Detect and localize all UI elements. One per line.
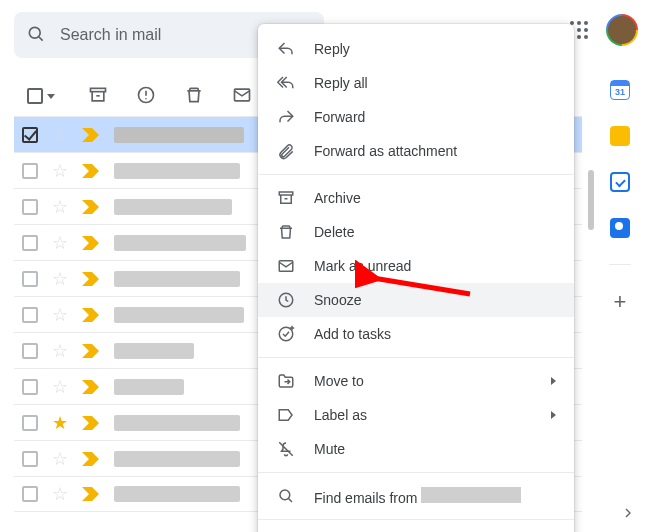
sender-redacted	[114, 307, 244, 323]
importance-marker-icon[interactable]	[82, 344, 100, 358]
redacted-sender	[421, 487, 521, 503]
menu-item-reply[interactable]: Reply	[258, 32, 574, 66]
row-checkbox[interactable]	[22, 199, 38, 215]
svg-line-15	[288, 498, 292, 502]
star-icon[interactable]: ☆	[52, 483, 68, 505]
submenu-caret-icon	[551, 377, 556, 385]
menu-item-label: Add to tasks	[314, 326, 556, 342]
report-spam-button[interactable]	[136, 85, 156, 108]
importance-marker-icon[interactable]	[82, 308, 100, 322]
star-icon[interactable]: ☆	[52, 304, 68, 326]
row-checkbox[interactable]	[22, 343, 38, 359]
star-icon[interactable]: ☆	[52, 376, 68, 398]
delete-button[interactable]	[184, 85, 204, 108]
menu-item-add-tasks[interactable]: Add to tasks	[258, 317, 574, 351]
importance-marker-icon[interactable]	[82, 487, 100, 501]
forward-icon	[276, 107, 296, 127]
search-icon	[26, 24, 46, 47]
menu-item-label: Archive	[314, 190, 556, 206]
menu-item-move-to[interactable]: Move to	[258, 364, 574, 398]
select-all-checkbox[interactable]	[22, 83, 60, 109]
search-placeholder: Search in mail	[60, 26, 161, 44]
menu-item-mute[interactable]: Mute	[258, 432, 574, 466]
sender-redacted	[114, 486, 240, 502]
menu-item-fwd-attach[interactable]: Forward as attachment	[258, 134, 574, 168]
scrollbar-thumb[interactable]	[588, 170, 594, 230]
menu-item-label: Label as	[314, 407, 533, 423]
add-tasks-icon	[276, 324, 296, 344]
star-icon[interactable]: ☆	[52, 160, 68, 182]
star-icon[interactable]: ☆	[52, 196, 68, 218]
svg-point-10	[279, 327, 293, 341]
side-panel: +	[600, 80, 640, 313]
menu-item-label: Snooze	[314, 292, 556, 308]
menu-item-delete[interactable]: Delete	[258, 215, 574, 249]
row-checkbox[interactable]	[22, 415, 38, 431]
row-checkbox[interactable]	[22, 163, 38, 179]
svg-point-5	[145, 97, 147, 99]
snooze-icon	[276, 290, 296, 310]
side-panel-toggle[interactable]	[620, 505, 636, 524]
menu-item-label: Forward as attachment	[314, 143, 556, 159]
star-icon[interactable]: ☆	[52, 124, 68, 146]
importance-marker-icon[interactable]	[82, 236, 100, 250]
menu-item-find-from[interactable]: Find emails from	[258, 479, 574, 513]
sender-redacted	[114, 271, 240, 287]
svg-rect-2	[91, 88, 106, 91]
importance-marker-icon[interactable]	[82, 380, 100, 394]
tasks-app-icon[interactable]	[610, 172, 630, 192]
menu-item-label: Delete	[314, 224, 556, 240]
row-checkbox[interactable]	[22, 271, 38, 287]
menu-item-label: Mute	[314, 441, 556, 457]
importance-marker-icon[interactable]	[82, 200, 100, 214]
menu-item-label: Find emails from	[314, 487, 556, 506]
calendar-app-icon[interactable]	[610, 80, 630, 100]
sender-redacted	[114, 127, 244, 143]
row-checkbox[interactable]	[22, 451, 38, 467]
menu-item-archive[interactable]: Archive	[258, 181, 574, 215]
menu-separator	[258, 357, 574, 358]
sender-redacted	[114, 451, 240, 467]
svg-point-0	[29, 27, 40, 38]
menu-item-label-as[interactable]: Label as	[258, 398, 574, 432]
row-checkbox[interactable]	[22, 307, 38, 323]
menu-item-label: Mark as unread	[314, 258, 556, 274]
importance-marker-icon[interactable]	[82, 452, 100, 466]
row-checkbox[interactable]	[22, 127, 38, 143]
menu-item-mark-unread[interactable]: Mark as unread	[258, 249, 574, 283]
menu-item-open-new[interactable]: Open in new window	[258, 526, 574, 532]
menu-item-label: Reply all	[314, 75, 556, 91]
mark-unread-icon	[276, 256, 296, 276]
archive-button[interactable]	[88, 85, 108, 108]
menu-item-snooze[interactable]: Snooze	[258, 283, 574, 317]
importance-marker-icon[interactable]	[82, 416, 100, 430]
account-avatar[interactable]	[606, 14, 638, 46]
menu-item-reply-all[interactable]: Reply all	[258, 66, 574, 100]
svg-line-1	[39, 36, 43, 40]
row-checkbox[interactable]	[22, 379, 38, 395]
keep-app-icon[interactable]	[610, 126, 630, 146]
svg-rect-7	[279, 192, 293, 195]
star-icon[interactable]: ☆	[52, 340, 68, 362]
star-icon[interactable]: ☆	[52, 448, 68, 470]
menu-item-label: Forward	[314, 109, 556, 125]
reply-all-icon	[276, 73, 296, 93]
get-addons-button[interactable]: +	[614, 291, 627, 313]
importance-marker-icon[interactable]	[82, 164, 100, 178]
contacts-app-icon[interactable]	[610, 218, 630, 238]
reply-icon	[276, 39, 296, 59]
delete-icon	[276, 222, 296, 242]
row-checkbox[interactable]	[22, 235, 38, 251]
sender-redacted	[114, 343, 194, 359]
mark-unread-button[interactable]	[232, 85, 252, 108]
submenu-caret-icon	[551, 411, 556, 419]
importance-marker-icon[interactable]	[82, 272, 100, 286]
importance-marker-icon[interactable]	[82, 128, 100, 142]
label-as-icon	[276, 405, 296, 425]
star-icon[interactable]: ☆	[52, 268, 68, 290]
sender-redacted	[114, 379, 184, 395]
star-icon[interactable]: ★	[52, 412, 68, 434]
menu-item-forward[interactable]: Forward	[258, 100, 574, 134]
star-icon[interactable]: ☆	[52, 232, 68, 254]
row-checkbox[interactable]	[22, 486, 38, 502]
